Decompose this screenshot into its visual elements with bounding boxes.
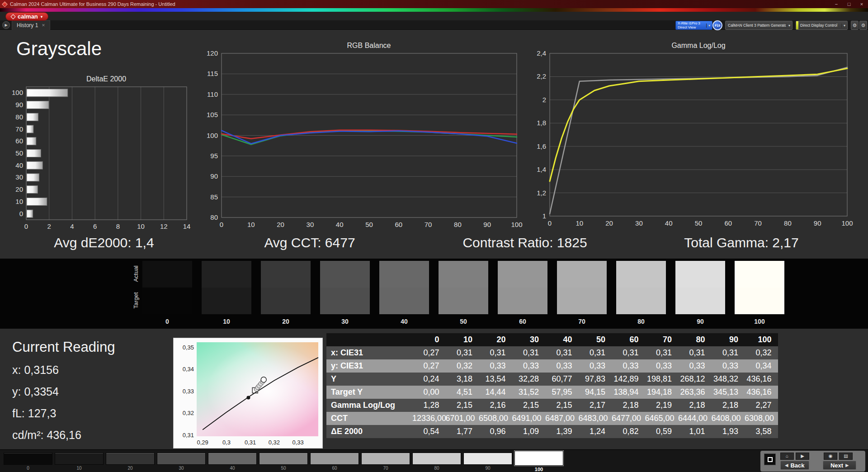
chevron-down-icon: ▾ <box>706 24 712 28</box>
chart-title: Gamma Log/Log <box>671 42 725 49</box>
deltae-bar <box>27 210 33 217</box>
tick-label: 80 <box>210 213 218 221</box>
pattern-swatch[interactable] <box>514 451 563 466</box>
pattern-button-90[interactable]: 90 <box>463 450 512 471</box>
tick-label: 115 <box>207 70 218 77</box>
pattern-generator-select-button[interactable]: CalMAN Client 3 Pattern Generator ▾ <box>725 21 793 30</box>
swatch-target <box>498 288 547 314</box>
gamma-plot: 11,21,41,61,822,22,401020304050607080901… <box>537 49 853 227</box>
series-target <box>550 67 847 214</box>
maximize-button[interactable]: □ <box>843 1 855 7</box>
pattern-swatch[interactable] <box>361 453 410 465</box>
minimize-button[interactable]: − <box>830 1 843 7</box>
table-cell: 0,33 <box>612 359 645 373</box>
next-button[interactable]: Next ▶ <box>823 461 856 470</box>
pattern-swatch[interactable] <box>310 453 359 465</box>
plot-frame <box>26 87 187 220</box>
pattern-button-80[interactable]: 80 <box>412 450 461 471</box>
deltae-bar <box>27 137 36 145</box>
table-cell: 2,18 <box>678 399 712 412</box>
camera-icon-button[interactable]: ◉ <box>824 453 837 460</box>
table-cell: 0,31 <box>645 346 679 359</box>
swatch-label: 100 <box>735 318 784 325</box>
plot-frame <box>550 53 847 216</box>
grayscale-swatch: 70 <box>557 261 607 325</box>
play-icon-button[interactable]: ▶ <box>796 453 809 460</box>
pattern-label: 50 <box>259 466 308 471</box>
calman-menu-button[interactable]: calman ▾ <box>5 12 48 21</box>
pattern-button-70[interactable]: 70 <box>361 450 410 471</box>
rgb-balance-chart: RGB Balance 8085909510010511011512001020… <box>199 41 524 231</box>
swatch-target <box>735 288 784 314</box>
home-icon-button[interactable]: ⌂ <box>780 453 794 460</box>
pattern-button-50[interactable]: 50 <box>259 450 308 471</box>
pattern-swatch[interactable] <box>4 453 52 465</box>
cie-plot: 0,290,30,310,320,330,350,340,330,320,31 <box>174 338 323 448</box>
table-cell: 0,31 <box>612 346 645 359</box>
tick-label: 0 <box>548 219 552 227</box>
tick-label: 100 <box>511 221 522 228</box>
table-cell: 0,96 <box>479 425 512 438</box>
pattern-swatch[interactable] <box>463 453 512 465</box>
table-cell: 436,16 <box>745 373 778 386</box>
settings-gear-button[interactable]: ⚙ <box>851 21 859 30</box>
tick-label: 40 <box>336 221 344 228</box>
swatch-actual <box>675 261 725 288</box>
pattern-swatch[interactable] <box>106 453 155 465</box>
pattern-button-20[interactable]: 20 <box>106 450 155 471</box>
tick-label: 0 <box>19 210 23 217</box>
meter-select-button[interactable]: X-Rite i1Pro 3 Direct View ▾ <box>675 21 712 30</box>
table-cell: 2,17 <box>579 399 612 412</box>
tick-label: 40 <box>15 161 23 169</box>
table-row: CCT12336,006701,006508,006491,006487,006… <box>326 412 778 425</box>
workflow-settings-button[interactable]: ⚙ <box>859 21 867 30</box>
table-row-label: x: CIE31 <box>326 346 412 359</box>
swatch-target <box>142 288 192 314</box>
deltae-bar <box>27 161 42 169</box>
pattern-swatch[interactable] <box>412 453 461 465</box>
grid-icon-button[interactable]: ▤ <box>839 453 853 460</box>
tick-label: 14 <box>183 222 191 230</box>
current-point-marker <box>261 377 266 382</box>
pattern-button-100[interactable]: 100 <box>514 450 563 472</box>
table-row: Y0,243,1813,5432,2860,7797,83142,89198,8… <box>326 373 778 386</box>
next-label: Next <box>830 462 843 469</box>
table-cell: 0,33 <box>545 359 579 373</box>
back-button[interactable]: ◀ Back <box>780 461 809 470</box>
table-col-header: 0 <box>412 333 446 346</box>
pattern-swatch[interactable] <box>55 453 104 465</box>
swatch-actual <box>439 261 488 288</box>
table-row: y: CIE310,270,320,330,330,330,330,330,33… <box>326 359 778 373</box>
series-actual <box>550 68 847 181</box>
pattern-button-60[interactable]: 60 <box>310 450 359 471</box>
tick-label: 0,31 <box>245 439 256 446</box>
history-panel-toggle[interactable]: ▶ <box>2 21 10 29</box>
table-col-header: 80 <box>678 333 712 346</box>
window-title: Calman 2024 Calman Ultimate for Business… <box>10 1 175 7</box>
swatch-label: 90 <box>675 318 725 325</box>
table-cell: 2,18 <box>712 399 745 412</box>
close-button[interactable]: × <box>855 1 868 7</box>
table-cell: 6465,00 <box>645 412 679 425</box>
tab-history-1[interactable]: History 1 ✕ <box>12 20 50 30</box>
pattern-swatch[interactable] <box>157 453 206 465</box>
tick-label: 50 <box>695 219 703 227</box>
pattern-button-40[interactable]: 40 <box>208 450 257 471</box>
tick-label: 1,2 <box>537 189 546 197</box>
table-cell: 348,32 <box>712 373 745 386</box>
swatch-label: 70 <box>557 318 607 325</box>
pattern-swatch[interactable] <box>208 453 257 465</box>
table-cell: 1,09 <box>512 425 546 438</box>
table-col-header: 50 <box>579 333 612 346</box>
tab-close-icon[interactable]: ✕ <box>42 23 45 28</box>
display-control-select-button[interactable]: Direct Display Control ▾ <box>796 21 848 30</box>
pattern-button-0[interactable]: 0 <box>4 450 52 471</box>
pattern-button-10[interactable]: 10 <box>55 450 104 471</box>
pattern-swatch[interactable] <box>259 453 308 465</box>
pattern-button-30[interactable]: 30 <box>157 450 206 471</box>
table-cell: 0,32 <box>446 359 479 373</box>
table-cell: 0,31 <box>512 346 546 359</box>
table-cell: 6483,00 <box>579 412 612 425</box>
pattern-window-button[interactable] <box>764 453 776 465</box>
tab-label: History 1 <box>17 22 38 28</box>
